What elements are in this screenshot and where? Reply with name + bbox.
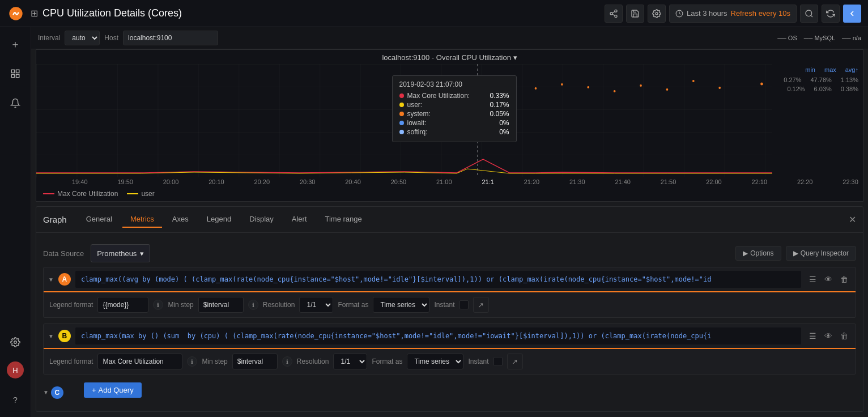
query-input-b[interactable] [75,327,801,344]
instant-label-a: Instant [434,301,454,309]
svg-point-14 [14,341,17,344]
query-delete-a[interactable]: 🗑 [837,273,851,286]
tooltip-color-system [399,112,404,116]
share-button[interactable] [605,5,623,23]
svg-point-8 [806,10,812,16]
legend-format-input-a[interactable] [97,297,148,313]
query-collapse-b[interactable]: ▼ [48,333,54,339]
sidebar-item-add[interactable]: ＋ [5,34,25,54]
chart-stats: min max avg↑ 0.27% 47.78% 1.13% 0.12% 6.… [772,64,863,177]
sidebar-item-dashboards[interactable] [5,63,25,84]
legend-format-input-b[interactable] [97,354,182,369]
settings-button[interactable] [648,5,666,23]
datasource-row: Data Source Prometheus ▾ ▶ Options ▶ Que… [43,240,856,267]
legend-format-info-a[interactable]: ℹ [153,300,163,310]
search-button[interactable] [800,5,818,23]
query-eye-b[interactable]: 👁 [822,329,835,343]
format-as-label-b: Format as [372,358,402,365]
chart-xaxis: 19:40 19:50 20:00 20:10 20:20 20:30 20:4… [67,177,863,186]
svg-point-25 [535,87,537,90]
min-step-info-b[interactable]: ℹ [282,356,292,367]
legend-item-max: Max Core Utilization [43,190,118,198]
sync-button[interactable] [822,5,840,23]
chart-panel: localhost:9100 - Overall CPU Utilization… [36,49,863,202]
graph-header: Graph General Metrics Axes Legend Displa… [36,207,863,233]
svg-line-4 [612,14,615,16]
tooltip-color-softirq [399,130,404,134]
graph-title: Graph [43,215,67,224]
query-delete-b[interactable]: 🗑 [837,329,851,343]
tab-general[interactable]: General [78,211,120,228]
query-collapse-c[interactable]: ▼ [43,389,49,395]
topbar-actions: Last 3 hours Refresh every 10s [605,5,861,23]
query-input-a[interactable] [75,271,801,288]
back-button[interactable] [843,5,861,23]
query-eye-a[interactable]: 👁 [822,273,835,286]
query-menu-a[interactable]: ☰ [806,273,819,286]
tab-alert[interactable]: Alert [284,211,315,228]
query-inspector-button[interactable]: ▶ Query Inspector [786,246,856,261]
svg-point-19 [692,80,695,82]
tab-legend[interactable]: Legend [199,211,239,228]
tab-metrics[interactable]: Metrics [122,211,162,228]
sidebar-item-settings[interactable] [5,332,25,352]
format-as-select-b[interactable]: Time series [407,354,463,369]
add-query-button[interactable]: + Add Query [84,382,142,398]
instant-checkbox-a[interactable] [459,300,469,309]
sidebar-item-alerts[interactable] [5,93,25,113]
stats-row-1: 0.12% 6.03% 0.38% [772,84,863,93]
legend-format-info-b[interactable]: ℹ [187,356,197,367]
query-row-b: ▼ B ☰ 👁 🗑 Legend format [43,324,856,375]
resolution-label-a: Resolution [263,301,295,309]
options-button[interactable]: ▶ Options [735,246,781,261]
tooltip-row-0: Max Core Utilization: 0.33% [399,92,509,100]
query-menu-b[interactable]: ☰ [806,329,819,343]
sidebar-item-help[interactable]: ? [5,390,25,410]
legend-items: ── OS ── MySQL ── n/a [777,35,861,41]
interval-select[interactable]: auto [65,31,100,45]
min-step-input-b[interactable] [232,354,278,369]
min-step-info-a[interactable]: ℹ [248,300,258,310]
app-logo [7,5,25,23]
share-btn-b[interactable]: ↗ [507,354,523,369]
instant-checkbox-b[interactable] [493,357,503,366]
datasource-select[interactable]: Prometheus ▾ [91,244,150,262]
tooltip-color-max [399,93,404,98]
min-step-label-b: Min step [202,358,227,365]
instant-label-b: Instant [468,358,488,365]
svg-point-2 [610,12,612,15]
share-btn-a[interactable]: ↗ [473,297,489,313]
chart-area: 2019-02-03 21:07:00 Max Core Utilization… [36,64,772,177]
filter-bar: Interval auto Host ── OS ── MySQL ── n/a [31,27,868,49]
query-header-b: ▼ B ☰ 👁 🗑 [44,324,856,348]
svg-point-24 [561,83,563,86]
chart-title[interactable]: localhost:9100 - Overall CPU Utilization… [36,50,863,64]
resolution-select-a[interactable]: 1/1 [299,297,333,313]
tab-axes[interactable]: Axes [164,211,197,228]
topbar: ⊞ CPU Utilization Details (Cores) Last 3… [0,0,868,27]
svg-rect-13 [11,75,14,78]
tab-time-range[interactable]: Time range [317,211,370,228]
query-collapse-a[interactable]: ▼ [48,276,54,283]
time-range-picker[interactable]: Last 3 hours Refresh every 10s [669,5,797,23]
save-button[interactable] [626,5,644,23]
legend-format-label-a: Legend format [49,301,93,309]
tab-display[interactable]: Display [241,211,282,228]
svg-line-5 [612,11,615,13]
min-step-input-a[interactable] [198,297,244,313]
sidebar: ＋ H ? [0,27,31,417]
min-step-label-a: Min step [168,301,193,309]
panel-close-button[interactable]: ✕ [849,214,856,225]
query-label-b: B [58,330,71,342]
query-label-c: C [51,386,63,399]
tooltip-color-user [399,103,404,107]
svg-point-22 [614,90,616,92]
format-as-select-a[interactable]: Time series [373,297,429,313]
host-input[interactable] [123,31,218,45]
sidebar-item-user[interactable]: H [7,361,24,378]
legend-item-user: user [127,190,154,198]
query-row-a: ▼ A ☰ 👁 🗑 Legend format [43,267,856,318]
resolution-select-b[interactable]: 1/1 [333,354,367,369]
legend-color-max [43,193,54,194]
datasource-actions: ▶ Options ▶ Query Inspector [735,246,856,261]
